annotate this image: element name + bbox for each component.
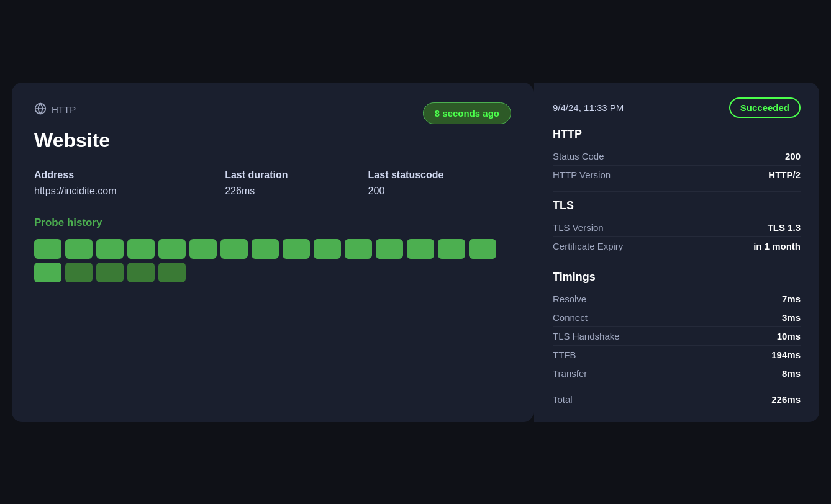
probe-dot [376,239,403,259]
probe-dot [314,239,341,259]
http-section-title: HTTP [553,128,801,141]
left-panel: HTTP 8 seconds ago Website Address Last … [12,83,534,422]
ttfb-value: 194ms [771,349,801,360]
probe-dot [283,239,310,259]
tls-version-row: TLS Version TLS 1.3 [553,218,801,237]
tls-handshake-value: 10ms [777,331,801,341]
statuscode-header: Last statuscode [368,169,511,186]
probe-dot [345,239,372,259]
probe-dot [65,239,93,259]
tls-version-value: TLS 1.3 [768,222,801,233]
total-value: 226ms [771,394,801,405]
time-badge: 8 seconds ago [423,102,511,124]
right-header: 9/4/24, 11:33 PM Succeeded [553,97,801,118]
main-card: HTTP 8 seconds ago Website Address Last … [12,83,819,422]
probe-history [34,239,511,282]
probe-dot [96,239,124,259]
transfer-label: Transfer [553,368,587,379]
http-version-label: HTTP Version [553,169,611,180]
transfer-row: Transfer 8ms [553,364,801,382]
cert-expiry-value: in 1 month [753,241,801,251]
succeeded-badge: Succeeded [729,97,801,118]
protocol-label: HTTP [52,104,76,115]
tls-rows: TLS Version TLS 1.3 Certificate Expiry i… [553,218,801,255]
timings-rows: Resolve 7ms Connect 3ms TLS Handshake 10… [553,290,801,382]
probe-dot [469,239,496,259]
timings-section-title: Timings [553,271,801,284]
transfer-value: 8ms [782,368,801,379]
probe-dot [158,239,186,259]
address-value: https://incidite.com [34,186,225,197]
site-title: Website [34,129,511,152]
status-code-value: 200 [785,151,801,161]
http-version-value: HTTP/2 [768,169,801,180]
right-panel: 9/4/24, 11:33 PM Succeeded HTTP Status C… [534,83,819,422]
status-code-label: Status Code [553,151,604,161]
duration-value: 226ms [225,186,368,197]
stats-table: Address Last duration Last statuscode ht… [34,169,511,197]
ttfb-row: TTFB 194ms [553,346,801,364]
tls-version-label: TLS Version [553,222,604,233]
divider-1 [553,191,801,192]
resolve-label: Resolve [553,294,586,304]
probe-dot [189,239,217,259]
probe-dot [127,239,155,259]
connect-value: 3ms [782,312,801,323]
protocol-badge: HTTP [34,102,76,117]
total-row: Total 226ms [553,385,801,407]
statuscode-value: 200 [368,186,511,197]
tls-handshake-label: TLS Handshake [553,331,620,341]
probe-history-label: Probe history [34,217,511,229]
http-rows: Status Code 200 HTTP Version HTTP/2 [553,147,801,184]
globe-icon [34,102,47,117]
duration-header: Last duration [225,169,368,186]
timestamp: 9/4/24, 11:33 PM [553,102,624,113]
connect-label: Connect [553,312,588,323]
divider-2 [553,263,801,263]
resolve-value: 7ms [782,294,801,304]
probe-dot [407,239,434,259]
probe-dot [438,239,465,259]
total-label: Total [553,394,573,405]
probe-dot [34,263,61,282]
cert-expiry-label: Certificate Expiry [553,241,623,251]
probe-dot [96,263,124,282]
tls-handshake-row: TLS Handshake 10ms [553,327,801,346]
probe-dot [65,263,93,282]
address-header: Address [34,169,225,186]
probe-dot [127,263,155,282]
tls-section-title: TLS [553,199,801,212]
cert-expiry-row: Certificate Expiry in 1 month [553,237,801,255]
status-code-row: Status Code 200 [553,147,801,166]
probe-dot [158,263,186,282]
http-version-row: HTTP Version HTTP/2 [553,166,801,184]
probe-dot [252,239,279,259]
left-header: HTTP 8 seconds ago [34,102,511,124]
ttfb-label: TTFB [553,349,576,360]
resolve-row: Resolve 7ms [553,290,801,308]
probe-dot [34,239,61,259]
probe-dot [220,239,248,259]
connect-row: Connect 3ms [553,308,801,327]
